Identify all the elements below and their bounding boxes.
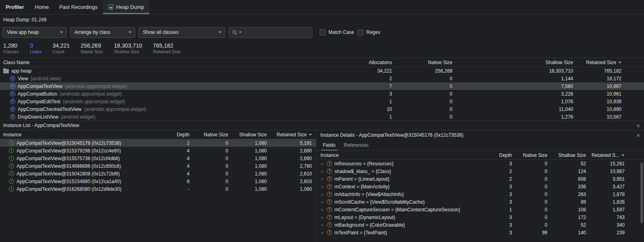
class-row[interactable]: AppCompatEditText (androidx.appcompat.wi…	[0, 98, 644, 105]
col-retained-size[interactable]: Retained Size	[573, 60, 621, 65]
details-table-body: mResources = {Resources} 3 0 52 15,261	[316, 160, 644, 236]
field-name-cell: mTextPaint = {TextPaint}	[316, 230, 476, 236]
depth-cell: 3	[476, 161, 512, 167]
expand-chevron-icon[interactable]	[321, 230, 324, 235]
expand-chevron-icon[interactable]	[321, 169, 324, 174]
shallow-size-cell: 1,080	[228, 148, 267, 154]
class-row[interactable]: AppCompatCheckedTextView (androidx.appco…	[0, 105, 644, 113]
instance-row[interactable]: AppCompatTextView@315379296 (0x12cc4e60)…	[0, 147, 316, 154]
class-row[interactable]: app heap 34,221 256,269 18,303,710 765,1…	[0, 67, 644, 75]
expand-chevron-icon[interactable]	[321, 176, 324, 182]
close-icon[interactable]	[636, 132, 640, 138]
tab-fields[interactable]: Fields	[319, 140, 340, 150]
field-icon	[327, 169, 332, 174]
col-shallow-size[interactable]: Shallow Size	[452, 60, 573, 65]
shallow-size-cell: 1,080	[228, 156, 267, 161]
tab-bar: Profiler Home Past Recordings Heap Dump	[0, 0, 644, 15]
field-row[interactable]: mAttachInfo = {View$AttachInfo} 3 0 263 …	[316, 190, 644, 198]
allocations-cell: 1	[344, 99, 392, 104]
field-row[interactable]: mParent = {LinearLayout} 2 0 808 3,951	[316, 175, 644, 183]
instance-list-columns: Instance Depth Native Size Shallow Size …	[0, 130, 316, 139]
instance-row[interactable]: AppCompatTextView@315575736 (0x12cf4db8)…	[0, 154, 316, 162]
class-filter-select[interactable]: Show all classes	[138, 27, 225, 38]
stat: 256,269 Native Size	[80, 42, 103, 54]
scrollbar-thumb[interactable]	[640, 163, 643, 223]
instance-row[interactable]: AppCompatTextView@314986696 (0x12c650c8)…	[0, 162, 316, 170]
col-retained-size[interactable]: Retained S...	[586, 152, 625, 158]
tab-home[interactable]: Home	[30, 0, 54, 14]
native-size-cell: 0	[190, 186, 228, 192]
native-size-cell: 0	[392, 106, 452, 112]
expand-chevron-icon[interactable]	[321, 207, 324, 212]
instance-row[interactable]: AppCompatTextView@315234880 (0x12ca1a40)…	[0, 177, 316, 185]
heap-folder-icon	[3, 69, 9, 73]
tab-heap-dump[interactable]: Heap Dump	[103, 0, 149, 14]
class-icon	[10, 106, 15, 112]
allocations-cell: 10	[344, 106, 392, 112]
regex-checkbox[interactable]: Regex	[357, 29, 380, 35]
col-native-size[interactable]: Native Size	[512, 152, 547, 158]
class-icon	[10, 83, 15, 89]
tab-past-recordings[interactable]: Past Recordings	[54, 0, 103, 14]
native-size-cell: 0	[512, 161, 547, 167]
instance-row[interactable]: AppCompatTextView@315042808 (0x12c72bf8)…	[0, 170, 316, 177]
class-name: AppCompatEditText	[18, 99, 60, 104]
instance-row[interactable]: AppCompatTextView@316268080 (0x12d9de30)…	[0, 185, 316, 193]
col-native-size[interactable]: Native Size	[392, 60, 452, 65]
class-row[interactable]: View (android.view) 2 0 1,144 18,172	[0, 75, 644, 82]
col-shallow-size[interactable]: Shallow Size	[547, 152, 586, 158]
allocations-cell: 2	[344, 76, 392, 81]
heap-scope-select[interactable]: View app heap	[2, 27, 67, 38]
expand-chevron-icon[interactable]	[321, 184, 324, 189]
expand-chevron-icon[interactable]	[321, 222, 324, 227]
col-class-name[interactable]: Class Name	[0, 60, 344, 65]
shallow-size-cell: 263	[547, 192, 586, 197]
stat-value: 765,182	[153, 42, 181, 49]
arrange-select[interactable]: Arrange by class	[70, 27, 135, 38]
field-row[interactable]: mContext = {MainActivity} 3 0 336 3,427	[316, 183, 644, 190]
col-native-size[interactable]: Native Size	[190, 132, 228, 138]
instance-name-cell: AppCompatTextView@315234880 (0x12ca1a40)	[0, 179, 164, 184]
retained-size-cell: 2,890	[267, 148, 312, 154]
col-shallow-size[interactable]: Shallow Size	[228, 132, 267, 138]
class-row[interactable]: DropDownListView (android.widget) 1 0 1,…	[0, 113, 644, 121]
depth-cell: 4	[164, 148, 190, 154]
native-size-cell: 0	[512, 184, 547, 190]
stat-label: Count	[52, 49, 70, 54]
expand-chevron-icon[interactable]	[321, 161, 324, 166]
heap-dump-icon	[108, 4, 114, 10]
depth-cell: 3	[476, 184, 512, 190]
class-name: AppCompatCheckedTextView	[18, 106, 82, 112]
stat-value: 0	[30, 42, 41, 49]
tab-references[interactable]: References	[340, 140, 372, 150]
sort-desc-icon	[618, 62, 621, 63]
col-depth[interactable]: Depth	[164, 132, 190, 138]
col-allocations[interactable]: Allocations	[344, 60, 392, 65]
col-instance[interactable]: Instance	[316, 152, 476, 158]
field-row[interactable]: mResources = {Resources} 3 0 52 15,261	[316, 160, 644, 167]
instance-row[interactable]: AppCompatTextView@315045176 (0x12c73538)…	[0, 139, 316, 147]
col-instance[interactable]: Instance	[0, 132, 164, 138]
expand-chevron-icon[interactable]	[321, 215, 324, 220]
col-retained-size[interactable]: Retained Size	[267, 132, 312, 138]
field-label: mContext = {MainActivity}	[334, 184, 390, 190]
match-case-checkbox[interactable]: Match Case	[320, 29, 354, 35]
class-row[interactable]: AppCompatButton (androidx.appcompat.widg…	[0, 90, 644, 98]
field-row[interactable]: mLayout = {DynamicLayout} 3 0 172 743	[316, 213, 644, 221]
close-icon[interactable]	[636, 123, 640, 129]
class-row[interactable]: AppCompatTextView (androidx.appcompat.wi…	[0, 82, 644, 90]
field-row[interactable]: mBackground = {ColorDrawable} 3 0 52 340	[316, 221, 644, 229]
session-label: Heap Dump: 01.249	[3, 17, 46, 23]
field-row[interactable]: mContentCaptureSession = {MainContentCap…	[316, 206, 644, 213]
class-icon	[10, 114, 15, 119]
field-row[interactable]: mScrollCache = {View$ScrollabilityCache}…	[316, 198, 644, 206]
search-input[interactable]	[229, 27, 312, 38]
field-row[interactable]: shadow$_klass_ = {Class} 2 0 124 10,987	[316, 167, 644, 175]
instance-label: AppCompatTextView@315045176 (0x12c73538)	[17, 140, 121, 146]
field-row[interactable]: mTextPaint = {TextPaint} 3 99 140 239	[316, 229, 644, 236]
expand-chevron-icon[interactable]	[321, 199, 324, 204]
col-depth[interactable]: Depth	[476, 152, 512, 158]
instance-icon	[9, 140, 14, 146]
instance-icon	[9, 163, 14, 169]
expand-chevron-icon[interactable]	[321, 192, 324, 197]
